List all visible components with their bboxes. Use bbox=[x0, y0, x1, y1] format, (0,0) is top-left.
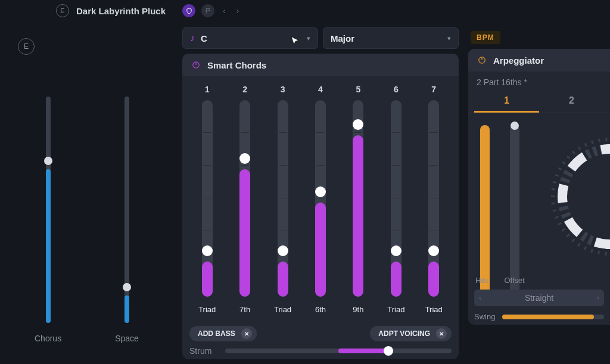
chevron-down-icon: ▾ bbox=[447, 35, 451, 42]
hits-slider-label: Hits bbox=[475, 276, 488, 285]
next-preset-button[interactable]: › bbox=[234, 6, 242, 15]
chord-number: 6 bbox=[394, 85, 399, 94]
smart-chords-footer: ADD BASS ✕ ADPT VOICING ✕ bbox=[182, 321, 459, 344]
chord-slider-4[interactable]: 46th bbox=[303, 85, 338, 314]
power-icon[interactable] bbox=[191, 60, 201, 70]
close-icon[interactable]: ✕ bbox=[436, 328, 447, 339]
arpeggiator-panel: Arpeggiator 2 Part 16ths * 1 2 Hits bbox=[468, 49, 610, 325]
key-select[interactable]: ♪ C ▾ bbox=[182, 27, 318, 49]
chord-slider-6[interactable]: 6Triad bbox=[378, 85, 414, 314]
arp-tab-1[interactable]: 1 bbox=[474, 91, 539, 113]
chord-grid: 1Triad27th3Triad46th59th6Triad7Triad bbox=[182, 76, 459, 321]
engine-badge[interactable]: E bbox=[56, 4, 69, 17]
fx-slider-chorus[interactable]: Chorus bbox=[35, 97, 61, 343]
prev-preset-button[interactable]: ‹ bbox=[220, 6, 228, 15]
strum-slider[interactable] bbox=[225, 347, 452, 355]
prev-mode-button[interactable]: ‹ bbox=[479, 290, 481, 306]
fx-slider-space[interactable]: Space bbox=[115, 97, 139, 343]
engine-select-button[interactable]: E bbox=[18, 38, 35, 55]
chord-number: 7 bbox=[431, 85, 436, 94]
adpt-voicing-toggle[interactable]: ADPT VOICING ✕ bbox=[370, 326, 452, 341]
chord-type-label: 9th bbox=[353, 305, 363, 314]
swing-label: Swing bbox=[474, 312, 495, 321]
arp-pattern-select[interactable]: 2 Part 16ths * bbox=[468, 71, 610, 91]
scale-select[interactable]: Major ▾ bbox=[323, 27, 459, 49]
svg-point-6 bbox=[562, 149, 610, 244]
smart-chords-header: Smart Chords bbox=[182, 54, 459, 76]
arpeggiator-header: Arpeggiator bbox=[468, 49, 610, 71]
arp-tab-2[interactable]: 2 bbox=[539, 91, 604, 113]
offset-slider-label: Offset bbox=[504, 276, 524, 285]
svg-point-5 bbox=[562, 149, 610, 244]
smart-chords-title: Smart Chords bbox=[207, 60, 266, 70]
swing-slider[interactable] bbox=[502, 315, 604, 319]
fx-slider-label: Chorus bbox=[35, 334, 61, 343]
main-area: E ChorusSpace ♪ C ▾ Major ▾ bbox=[0, 21, 610, 364]
fx-slider-label: Space bbox=[115, 334, 139, 343]
preset-bar: E Dark Labyrinth Pluck ‹ › bbox=[0, 0, 610, 21]
left-column: E ChorusSpace bbox=[0, 21, 179, 364]
chord-slider-7[interactable]: 7Triad bbox=[416, 85, 452, 314]
app-root: E Dark Labyrinth Pluck ‹ › E ChorusSpace… bbox=[0, 0, 610, 364]
chord-type-label: Triad bbox=[387, 305, 404, 314]
chord-slider-5[interactable]: 59th bbox=[340, 85, 376, 314]
key-label: C bbox=[201, 33, 207, 43]
arp-mode-select[interactable]: ‹ Straight › bbox=[474, 290, 604, 306]
add-bass-toggle[interactable]: ADD BASS ✕ bbox=[189, 326, 257, 341]
center-column: ♪ C ▾ Major ▾ Smart Chords bbox=[179, 21, 462, 364]
strum-label: Strum bbox=[189, 346, 217, 356]
chord-type-label: Triad bbox=[198, 305, 216, 314]
hits-dial[interactable]: 12 HITS bbox=[544, 131, 610, 262]
preset-chips: ‹ › bbox=[182, 4, 241, 17]
offset-slider[interactable] bbox=[510, 125, 519, 298]
arp-tabs: 1 2 bbox=[468, 91, 610, 113]
scale-label: Major bbox=[331, 33, 354, 43]
arpeggiator-title: Arpeggiator bbox=[493, 55, 544, 66]
chord-slider-1[interactable]: 1Triad bbox=[189, 85, 225, 314]
music-note-icon: ♪ bbox=[190, 33, 195, 43]
chord-type-label: 6th bbox=[315, 305, 326, 314]
chord-type-label: Triad bbox=[274, 305, 291, 314]
preset-name[interactable]: Dark Labyrinth Pluck bbox=[76, 6, 166, 16]
chord-number: 3 bbox=[281, 85, 285, 94]
chevron-down-icon: ▾ bbox=[307, 35, 310, 42]
flag-icon[interactable] bbox=[201, 4, 214, 17]
chord-slider-3[interactable]: 3Triad bbox=[265, 85, 301, 314]
chord-type-label: 7th bbox=[239, 305, 250, 314]
hits-slider[interactable] bbox=[480, 125, 490, 298]
power-icon[interactable] bbox=[477, 55, 487, 66]
swing-row: Swing bbox=[474, 306, 604, 321]
fx-sliders: ChorusSpace bbox=[18, 97, 168, 343]
adpt-voicing-label: ADPT VOICING bbox=[378, 329, 430, 338]
arp-body: Hits Offset 12 HITS bbox=[468, 113, 610, 262]
arp-mode-label: Straight bbox=[525, 293, 553, 303]
right-column: BPM Arpeggiator 2 Part 16ths * 1 2 bbox=[462, 21, 610, 364]
add-bass-label: ADD BASS bbox=[198, 329, 235, 338]
chord-slider-2[interactable]: 27th bbox=[227, 85, 263, 314]
chord-number: 4 bbox=[318, 85, 323, 94]
chord-number: 2 bbox=[242, 85, 247, 94]
chord-number: 1 bbox=[205, 85, 210, 94]
smart-chords-panel: Smart Chords 1Triad27th3Triad46th59th6Tr… bbox=[182, 54, 459, 359]
bpm-badge[interactable]: BPM bbox=[471, 31, 500, 44]
chord-type-label: Triad bbox=[425, 305, 443, 314]
strum-row: Strum bbox=[182, 344, 459, 356]
key-scale-row: ♪ C ▾ Major ▾ bbox=[179, 21, 462, 54]
close-icon[interactable]: ✕ bbox=[241, 328, 252, 339]
next-mode-button[interactable]: › bbox=[597, 290, 599, 306]
chord-number: 5 bbox=[356, 85, 360, 94]
shield-icon[interactable] bbox=[182, 4, 195, 17]
